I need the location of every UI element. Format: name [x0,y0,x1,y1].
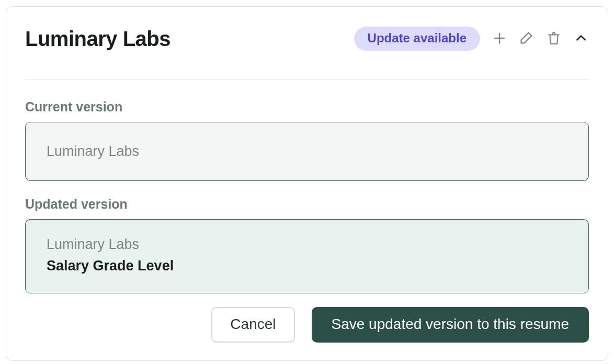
trash-icon [547,31,561,47]
save-button[interactable]: Save updated version to this resume [312,307,589,343]
updated-version-line2: Salary Grade Level [47,256,567,276]
cancel-button[interactable]: Cancel [211,307,294,343]
current-version-text: Luminary Labs [47,141,567,162]
resume-section-card: Luminary Labs Update available [6,6,608,361]
card-actions: Update available [354,27,589,51]
card-header: Luminary Labs Update available [25,27,589,51]
current-version-label: Current version [25,99,589,115]
updated-version-label: Updated version [25,197,589,212]
plus-icon [492,31,507,47]
pencil-icon [519,31,534,47]
divider [25,79,589,79]
current-version-box: Luminary Labs [25,122,589,181]
collapse-button[interactable] [573,31,589,47]
update-available-badge: Update available [354,27,480,51]
delete-button[interactable] [546,31,562,47]
chevron-up-icon [574,31,588,47]
updated-version-line1: Luminary Labs [47,234,567,255]
updated-version-box: Luminary Labs Salary Grade Level [25,219,589,293]
card-title: Luminary Labs [25,27,170,51]
button-row: Cancel Save updated version to this resu… [25,307,589,343]
add-button[interactable] [492,31,507,47]
edit-button[interactable] [519,31,535,47]
